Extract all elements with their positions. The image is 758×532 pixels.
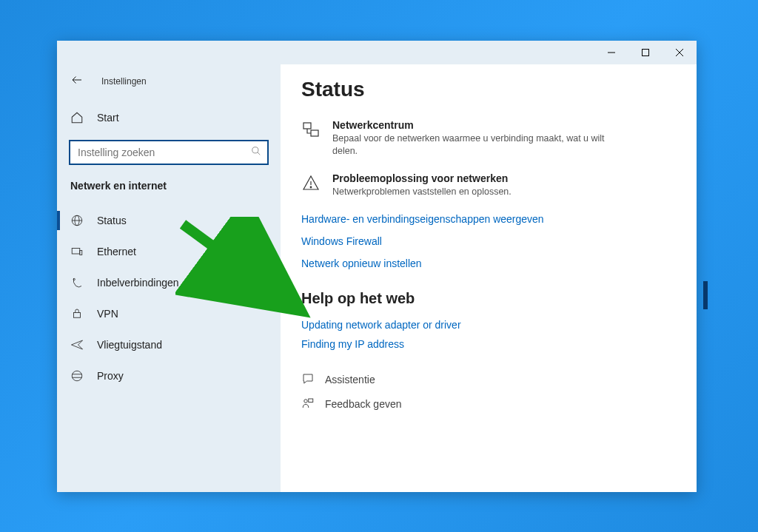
network-center-icon xyxy=(301,119,321,158)
footer-links: Assistentie Feedback geven xyxy=(301,372,676,412)
entry-title: Netwerkcentrum xyxy=(332,119,628,131)
ethernet-icon xyxy=(70,245,84,258)
svg-point-14 xyxy=(72,371,82,381)
desktop-accent xyxy=(703,281,708,309)
warning-icon xyxy=(301,172,321,198)
airplane-icon xyxy=(70,338,84,351)
nav-item-airplane[interactable]: Vliegtuigstand xyxy=(57,329,281,360)
window-controls xyxy=(594,41,697,64)
nav-item-ethernet[interactable]: Ethernet xyxy=(57,236,281,267)
sidebar-section-title: Netwerk en internet xyxy=(57,169,281,199)
link-network-reset[interactable]: Netwerk opnieuw instellen xyxy=(301,257,676,269)
nav-item-status[interactable]: Status xyxy=(57,205,281,236)
settings-window: Instellingen Start Netwerk en internet S… xyxy=(57,41,697,492)
globe-icon xyxy=(70,214,84,227)
svg-rect-10 xyxy=(72,249,80,255)
svg-rect-1 xyxy=(643,50,649,56)
svg-point-12 xyxy=(73,278,75,280)
search-box[interactable] xyxy=(69,140,269,165)
home-label: Start xyxy=(97,112,119,124)
proxy-icon xyxy=(70,369,84,383)
nav-item-proxy[interactable]: Proxy xyxy=(57,360,281,391)
chat-icon xyxy=(301,372,315,388)
nav-label: Vliegtuigstand xyxy=(97,339,162,351)
main-pane: Status Netwerkcentrum Bepaal voor de net… xyxy=(281,64,697,492)
nav-label: Status xyxy=(97,215,127,226)
maximize-button[interactable] xyxy=(628,41,663,64)
svg-rect-11 xyxy=(80,251,82,255)
person-chat-icon xyxy=(301,397,315,412)
close-button[interactable] xyxy=(663,41,697,64)
svg-point-5 xyxy=(252,147,258,153)
sidebar-nav: Status Ethernet Inbelverbindingen VPN Vl… xyxy=(57,205,281,391)
vpn-icon xyxy=(70,307,84,320)
footer-label: Feedback geven xyxy=(325,398,402,410)
dialup-icon xyxy=(70,276,84,289)
entry-desc: Netwerkproblemen vaststellen en oplossen… xyxy=(332,186,512,198)
sidebar: Instellingen Start Netwerk en internet S… xyxy=(57,64,281,492)
minimize-button[interactable] xyxy=(594,41,628,64)
svg-line-6 xyxy=(258,152,261,155)
svg-rect-22 xyxy=(309,399,313,403)
titlebar xyxy=(57,41,697,64)
svg-rect-17 xyxy=(303,123,311,129)
app-title: Instellingen xyxy=(101,76,147,87)
nav-item-vpn[interactable]: VPN xyxy=(57,298,281,329)
link-hardware-properties[interactable]: Hardware- en verbindingseigenschappen we… xyxy=(301,213,676,225)
nav-item-dialup[interactable]: Inbelverbindingen xyxy=(57,267,281,298)
back-button[interactable] xyxy=(70,73,84,90)
entry-troubleshoot[interactable]: Probleemoplossing voor netwerken Netwerk… xyxy=(301,172,676,198)
search-icon xyxy=(251,146,261,159)
help-links: Updating network adapter or driver Findi… xyxy=(301,319,676,350)
entry-title: Probleemoplossing voor netwerken xyxy=(332,172,512,184)
help-heading: Help op het web xyxy=(301,290,676,307)
nav-label: Ethernet xyxy=(97,246,136,257)
page-title: Status xyxy=(301,78,676,101)
home-row[interactable]: Start xyxy=(57,103,281,132)
nav-label: Inbelverbindingen xyxy=(97,277,179,289)
home-icon xyxy=(70,111,84,124)
svg-rect-18 xyxy=(311,130,318,136)
svg-rect-13 xyxy=(74,313,81,318)
link-windows-firewall[interactable]: Windows Firewall xyxy=(301,235,676,247)
nav-label: VPN xyxy=(97,308,118,320)
nav-label: Proxy xyxy=(97,370,124,382)
footer-assist[interactable]: Assistentie xyxy=(301,372,676,388)
svg-point-21 xyxy=(304,399,308,403)
help-link-update-adapter[interactable]: Updating network adapter or driver xyxy=(301,319,676,331)
search-input[interactable] xyxy=(78,147,251,158)
footer-feedback[interactable]: Feedback geven xyxy=(301,397,676,412)
settings-links: Hardware- en verbindingseigenschappen we… xyxy=(301,213,676,269)
help-link-find-ip[interactable]: Finding my IP address xyxy=(301,338,676,350)
svg-point-20 xyxy=(310,186,312,188)
entry-desc: Bepaal voor de netwerken waarmee u verbi… xyxy=(332,132,628,158)
footer-label: Assistentie xyxy=(325,374,375,385)
entry-network-center[interactable]: Netwerkcentrum Bepaal voor de netwerken … xyxy=(301,119,676,158)
